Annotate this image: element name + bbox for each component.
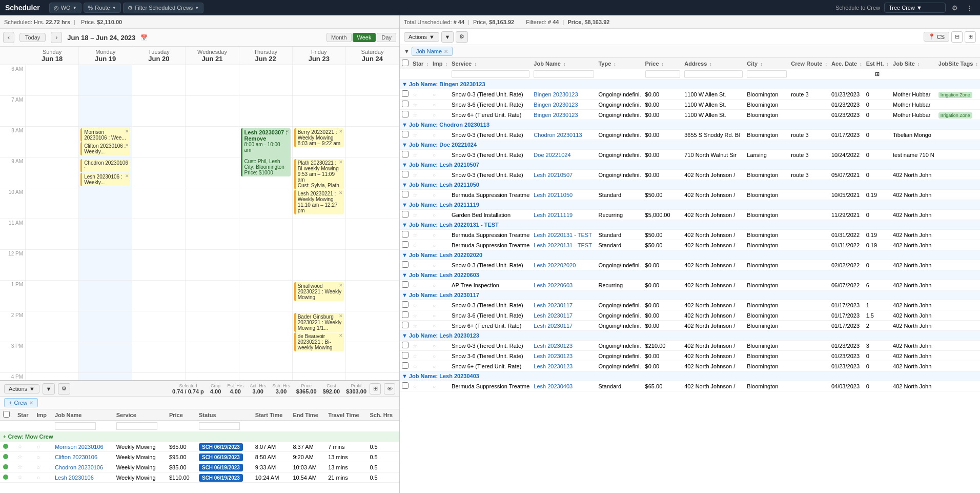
imp-icon[interactable]: ○ <box>433 364 436 369</box>
wed-4pm[interactable] <box>186 373 239 380</box>
star-icon[interactable]: ☆ <box>413 343 417 349</box>
sun-12pm[interactable] <box>26 250 79 281</box>
crew-filter-button[interactable]: ▼ <box>43 383 55 395</box>
crew-table-wrap[interactable]: Star Imp Job Name Service Price Status S… <box>0 409 399 493</box>
row-checkbox[interactable] <box>402 261 409 268</box>
row-checkbox[interactable] <box>402 382 409 389</box>
mon-9am[interactable]: Chodron 20230106 : ✕ Lesh 20230106 : Wee… <box>79 157 132 188</box>
wed-8am[interactable] <box>186 127 239 157</box>
sun-10am[interactable] <box>26 188 79 219</box>
sat-9am[interactable] <box>346 157 399 188</box>
unsched-filter-jobname[interactable] <box>534 70 594 78</box>
imp-icon[interactable]: ○ <box>433 132 436 138</box>
sat-12pm[interactable] <box>346 250 399 281</box>
unsched-filter2-button[interactable]: ⚙ <box>456 31 468 43</box>
thu-4pm[interactable] <box>239 373 293 380</box>
crew-select[interactable]: Tree Crew ▼ <box>884 3 946 13</box>
star-icon[interactable]: ☆ <box>413 313 417 319</box>
sun-3pm[interactable] <box>26 342 79 373</box>
fri-7am[interactable] <box>293 96 346 127</box>
table-row[interactable]: ☆ ○ Bermuda Suppression Treatme Lesh 202… <box>400 381 980 391</box>
crew-table-row[interactable]: ☆ ○ Morrison 20230106 Weekly Mowing $65.… <box>0 442 399 452</box>
job-name-filter-tag[interactable]: Job Name ✕ <box>412 47 453 56</box>
sun-2pm[interactable] <box>26 311 79 342</box>
sun-1pm[interactable] <box>26 281 79 311</box>
row-checkbox[interactable] <box>402 101 409 107</box>
job-group-row[interactable]: ▼ Job Name: Lesh 20230123 <box>400 331 980 341</box>
job-group-row[interactable]: ▼ Job Name: Lesh 20211050 <box>400 180 980 190</box>
unsched-filter-price[interactable] <box>645 70 681 78</box>
event-close-icon[interactable]: ✕ <box>285 129 290 134</box>
month-view-button[interactable]: Month <box>326 33 352 42</box>
imp-icon[interactable]: ○ <box>433 232 436 238</box>
wed-12pm[interactable] <box>186 250 239 281</box>
job-group-row[interactable]: ▼ Job Name: Lesh 202202020 <box>400 250 980 260</box>
calendar-icon[interactable]: 📅 <box>140 34 148 41</box>
wed-6am[interactable] <box>186 65 239 96</box>
sat-6am[interactable] <box>346 65 399 96</box>
star-icon[interactable]: ☆ <box>413 283 417 288</box>
job-group-row[interactable]: ▼ Job Name: Chodron 20230113 <box>400 120 980 130</box>
mon-event-chodron[interactable]: Chodron 20230106 : ✕ <box>80 159 130 172</box>
select-all-checkbox[interactable] <box>3 411 10 418</box>
mon-4pm[interactable] <box>79 373 132 380</box>
thu-10am[interactable] <box>239 188 293 219</box>
fri-9am[interactable]: Plath 20230221 : Bi-weekly Mowing9:53 am… <box>293 157 346 188</box>
imp-icon[interactable]: ○ <box>433 283 436 288</box>
table-row[interactable]: ☆ ○ Snow 3-6 (Tiered Unit. Rate) Lesh 20… <box>400 310 980 321</box>
mon-event-clifton[interactable]: Clifton 20230106 : Weekly... ✕ <box>80 142 130 155</box>
next-week-button[interactable]: › <box>51 32 62 43</box>
thu-12pm[interactable] <box>239 250 293 281</box>
unsched-select-all[interactable] <box>402 60 409 66</box>
row-checkbox[interactable] <box>402 171 409 178</box>
event-close-icon[interactable]: ✕ <box>125 173 129 179</box>
calendar-area[interactable]: Sunday Jun 18 Monday Jun 19 Tuesday Jun … <box>0 47 399 380</box>
row-checkbox[interactable] <box>402 191 409 198</box>
wed-2pm[interactable] <box>186 311 239 342</box>
table-row[interactable]: ☆ ○ Snow 0-3 (Tiered Unit. Rate) Lesh 20… <box>400 300 980 310</box>
split-view-icon[interactable]: ⊟ <box>951 31 963 43</box>
imp-icon[interactable]: ○ <box>433 384 436 389</box>
thu-6am[interactable] <box>239 65 293 96</box>
fri-1pm[interactable]: Smallwood 20230221 : Weekly Mowing ✕ <box>293 281 346 311</box>
imp-icon[interactable]: ○ <box>433 112 436 118</box>
job-group-row[interactable]: ▼ Job Name: Lesh 20220603 <box>400 270 980 280</box>
table-row[interactable]: ☆ ○ Snow 0-3 (Tiered Unit. Rate) Bingen … <box>400 89 980 100</box>
star-icon[interactable]: ☆ <box>413 263 417 268</box>
star-icon[interactable]: ☆ <box>413 172 417 178</box>
row-checkbox[interactable] <box>402 311 409 318</box>
tue-4pm[interactable] <box>132 373 186 380</box>
job-group-row[interactable]: ▼ Job Name: Lesh 20230117 <box>400 290 980 300</box>
sun-8am[interactable] <box>26 127 79 157</box>
mon-10am[interactable] <box>79 188 132 219</box>
job-group-row[interactable]: ▼ Job Name: Bingen 20230123 <box>400 80 980 89</box>
imp-icon[interactable]: ○ <box>433 172 436 178</box>
star-icon[interactable]: ☆ <box>413 92 417 97</box>
wed-9am[interactable] <box>186 157 239 188</box>
job-name-filter-close-icon[interactable]: ✕ <box>444 49 448 54</box>
tue-9am[interactable] <box>132 157 186 188</box>
event-close-icon[interactable]: ✕ <box>339 313 343 319</box>
today-button[interactable]: Today <box>19 33 46 42</box>
imp-icon[interactable]: ○ <box>433 343 436 349</box>
cs-button[interactable]: 📍 CS <box>924 32 949 42</box>
imp-icon[interactable]: ○ <box>37 454 40 460</box>
star-icon[interactable]: ☆ <box>17 443 23 449</box>
mon-6am[interactable] <box>79 65 132 96</box>
row-checkbox[interactable] <box>402 352 409 359</box>
imp-icon[interactable]: ○ <box>433 263 436 268</box>
sun-4pm[interactable] <box>26 373 79 380</box>
mon-11am[interactable] <box>79 219 132 250</box>
row-checkbox[interactable] <box>402 362 409 369</box>
crew-tab-close-icon[interactable]: ✕ <box>29 400 33 406</box>
job-group-row[interactable]: ▼ Job Name: Lesh 20210507 <box>400 160 980 170</box>
fri-event-bader[interactable]: Bader Ginsburg 20230221 : Weekly Mowing … <box>294 313 344 332</box>
thu-11am[interactable] <box>239 219 293 250</box>
crew-table-row[interactable]: ☆ ○ Chodron 20230106 Weekly Mowing $85.0… <box>0 462 399 472</box>
imp-icon[interactable]: ○ <box>37 444 40 450</box>
unsched-filter-address[interactable] <box>684 70 743 78</box>
imp-icon[interactable]: ○ <box>433 102 436 108</box>
imp-icon[interactable]: ○ <box>433 192 436 198</box>
header-settings-icon[interactable]: ⚙ <box>950 3 960 13</box>
table-row[interactable]: ☆ ○ Snow 0-3 (Tiered Unit. Rate) Doe 202… <box>400 150 980 160</box>
